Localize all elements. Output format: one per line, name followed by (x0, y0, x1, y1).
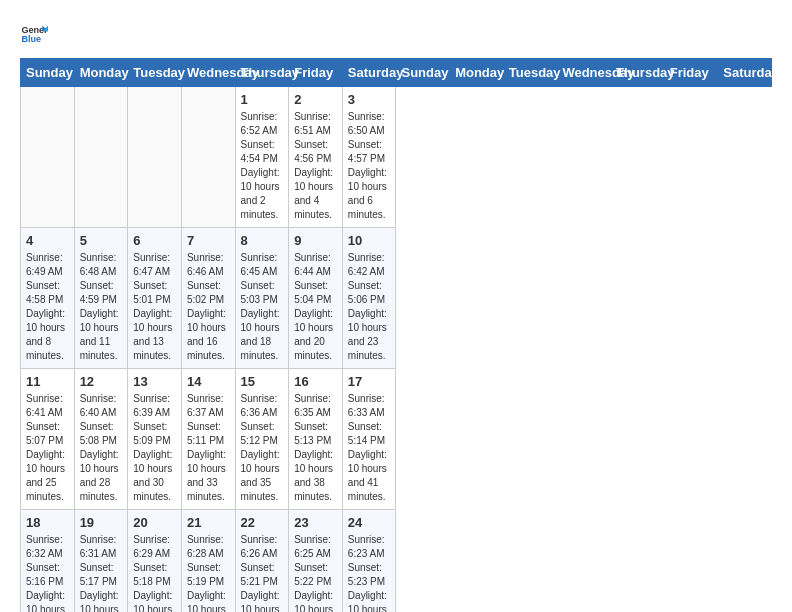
calendar-cell: 19Sunrise: 6:31 AM Sunset: 5:17 PM Dayli… (74, 510, 128, 613)
day-number: 1 (241, 92, 284, 107)
svg-text:Blue: Blue (21, 34, 41, 44)
day-info: Sunrise: 6:39 AM Sunset: 5:09 PM Dayligh… (133, 392, 176, 504)
day-info: Sunrise: 6:52 AM Sunset: 4:54 PM Dayligh… (241, 110, 284, 222)
day-number: 10 (348, 233, 391, 248)
col-header-tuesday: Tuesday (503, 59, 557, 87)
header-saturday: Saturday (342, 59, 396, 87)
calendar-week-4: 18Sunrise: 6:32 AM Sunset: 5:16 PM Dayli… (21, 510, 772, 613)
calendar-table: SundayMondayTuesdayWednesdayThursdayFrid… (20, 58, 772, 612)
day-info: Sunrise: 6:42 AM Sunset: 5:06 PM Dayligh… (348, 251, 391, 363)
calendar-cell: 15Sunrise: 6:36 AM Sunset: 5:12 PM Dayli… (235, 369, 289, 510)
header-sunday: Sunday (21, 59, 75, 87)
day-number: 20 (133, 515, 176, 530)
col-header-wednesday: Wednesday (557, 59, 611, 87)
header-wednesday: Wednesday (181, 59, 235, 87)
day-number: 18 (26, 515, 69, 530)
calendar-week-1: 1Sunrise: 6:52 AM Sunset: 4:54 PM Daylig… (21, 87, 772, 228)
day-number: 12 (80, 374, 123, 389)
page-header: General Blue (20, 20, 772, 48)
calendar-cell (128, 87, 182, 228)
calendar-cell: 21Sunrise: 6:28 AM Sunset: 5:19 PM Dayli… (181, 510, 235, 613)
day-info: Sunrise: 6:41 AM Sunset: 5:07 PM Dayligh… (26, 392, 69, 504)
day-number: 14 (187, 374, 230, 389)
day-info: Sunrise: 6:49 AM Sunset: 4:58 PM Dayligh… (26, 251, 69, 363)
day-number: 22 (241, 515, 284, 530)
calendar-cell: 22Sunrise: 6:26 AM Sunset: 5:21 PM Dayli… (235, 510, 289, 613)
calendar-cell: 6Sunrise: 6:47 AM Sunset: 5:01 PM Daylig… (128, 228, 182, 369)
day-info: Sunrise: 6:51 AM Sunset: 4:56 PM Dayligh… (294, 110, 337, 222)
day-info: Sunrise: 6:45 AM Sunset: 5:03 PM Dayligh… (241, 251, 284, 363)
calendar-cell: 13Sunrise: 6:39 AM Sunset: 5:09 PM Dayli… (128, 369, 182, 510)
col-header-friday: Friday (664, 59, 718, 87)
day-number: 5 (80, 233, 123, 248)
col-header-thursday: Thursday (611, 59, 665, 87)
day-number: 2 (294, 92, 337, 107)
calendar-cell: 5Sunrise: 6:48 AM Sunset: 4:59 PM Daylig… (74, 228, 128, 369)
day-info: Sunrise: 6:50 AM Sunset: 4:57 PM Dayligh… (348, 110, 391, 222)
col-header-monday: Monday (450, 59, 504, 87)
day-number: 13 (133, 374, 176, 389)
calendar-cell: 17Sunrise: 6:33 AM Sunset: 5:14 PM Dayli… (342, 369, 396, 510)
day-info: Sunrise: 6:48 AM Sunset: 4:59 PM Dayligh… (80, 251, 123, 363)
day-info: Sunrise: 6:28 AM Sunset: 5:19 PM Dayligh… (187, 533, 230, 612)
day-info: Sunrise: 6:35 AM Sunset: 5:13 PM Dayligh… (294, 392, 337, 504)
header-tuesday: Tuesday (128, 59, 182, 87)
day-number: 7 (187, 233, 230, 248)
header-monday: Monday (74, 59, 128, 87)
day-info: Sunrise: 6:32 AM Sunset: 5:16 PM Dayligh… (26, 533, 69, 612)
calendar-cell: 24Sunrise: 6:23 AM Sunset: 5:23 PM Dayli… (342, 510, 396, 613)
day-number: 16 (294, 374, 337, 389)
header-thursday: Thursday (235, 59, 289, 87)
day-number: 11 (26, 374, 69, 389)
day-info: Sunrise: 6:44 AM Sunset: 5:04 PM Dayligh… (294, 251, 337, 363)
logo-icon: General Blue (20, 20, 48, 48)
day-number: 15 (241, 374, 284, 389)
day-info: Sunrise: 6:37 AM Sunset: 5:11 PM Dayligh… (187, 392, 230, 504)
day-number: 4 (26, 233, 69, 248)
day-info: Sunrise: 6:25 AM Sunset: 5:22 PM Dayligh… (294, 533, 337, 612)
day-info: Sunrise: 6:33 AM Sunset: 5:14 PM Dayligh… (348, 392, 391, 504)
day-number: 23 (294, 515, 337, 530)
day-number: 24 (348, 515, 391, 530)
calendar-cell: 18Sunrise: 6:32 AM Sunset: 5:16 PM Dayli… (21, 510, 75, 613)
day-info: Sunrise: 6:40 AM Sunset: 5:08 PM Dayligh… (80, 392, 123, 504)
calendar-cell: 14Sunrise: 6:37 AM Sunset: 5:11 PM Dayli… (181, 369, 235, 510)
calendar-week-2: 4Sunrise: 6:49 AM Sunset: 4:58 PM Daylig… (21, 228, 772, 369)
calendar-cell: 3Sunrise: 6:50 AM Sunset: 4:57 PM Daylig… (342, 87, 396, 228)
day-number: 8 (241, 233, 284, 248)
day-number: 3 (348, 92, 391, 107)
col-header-saturday: Saturday (718, 59, 772, 87)
day-info: Sunrise: 6:36 AM Sunset: 5:12 PM Dayligh… (241, 392, 284, 504)
calendar-cell: 8Sunrise: 6:45 AM Sunset: 5:03 PM Daylig… (235, 228, 289, 369)
calendar-cell: 1Sunrise: 6:52 AM Sunset: 4:54 PM Daylig… (235, 87, 289, 228)
day-number: 21 (187, 515, 230, 530)
calendar-cell: 20Sunrise: 6:29 AM Sunset: 5:18 PM Dayli… (128, 510, 182, 613)
calendar-cell: 9Sunrise: 6:44 AM Sunset: 5:04 PM Daylig… (289, 228, 343, 369)
calendar-cell (21, 87, 75, 228)
day-info: Sunrise: 6:29 AM Sunset: 5:18 PM Dayligh… (133, 533, 176, 612)
calendar-cell: 12Sunrise: 6:40 AM Sunset: 5:08 PM Dayli… (74, 369, 128, 510)
calendar-cell: 4Sunrise: 6:49 AM Sunset: 4:58 PM Daylig… (21, 228, 75, 369)
day-info: Sunrise: 6:47 AM Sunset: 5:01 PM Dayligh… (133, 251, 176, 363)
day-info: Sunrise: 6:26 AM Sunset: 5:21 PM Dayligh… (241, 533, 284, 612)
calendar-header-row: SundayMondayTuesdayWednesdayThursdayFrid… (21, 59, 772, 87)
calendar-cell: 7Sunrise: 6:46 AM Sunset: 5:02 PM Daylig… (181, 228, 235, 369)
day-info: Sunrise: 6:23 AM Sunset: 5:23 PM Dayligh… (348, 533, 391, 612)
calendar-cell: 11Sunrise: 6:41 AM Sunset: 5:07 PM Dayli… (21, 369, 75, 510)
calendar-cell (74, 87, 128, 228)
day-number: 19 (80, 515, 123, 530)
day-number: 6 (133, 233, 176, 248)
calendar-cell: 2Sunrise: 6:51 AM Sunset: 4:56 PM Daylig… (289, 87, 343, 228)
logo: General Blue (20, 20, 52, 48)
calendar-week-3: 11Sunrise: 6:41 AM Sunset: 5:07 PM Dayli… (21, 369, 772, 510)
day-info: Sunrise: 6:31 AM Sunset: 5:17 PM Dayligh… (80, 533, 123, 612)
calendar-cell: 10Sunrise: 6:42 AM Sunset: 5:06 PM Dayli… (342, 228, 396, 369)
day-info: Sunrise: 6:46 AM Sunset: 5:02 PM Dayligh… (187, 251, 230, 363)
header-friday: Friday (289, 59, 343, 87)
day-number: 17 (348, 374, 391, 389)
day-number: 9 (294, 233, 337, 248)
col-header-sunday: Sunday (396, 59, 450, 87)
calendar-cell: 23Sunrise: 6:25 AM Sunset: 5:22 PM Dayli… (289, 510, 343, 613)
calendar-cell: 16Sunrise: 6:35 AM Sunset: 5:13 PM Dayli… (289, 369, 343, 510)
calendar-cell (181, 87, 235, 228)
